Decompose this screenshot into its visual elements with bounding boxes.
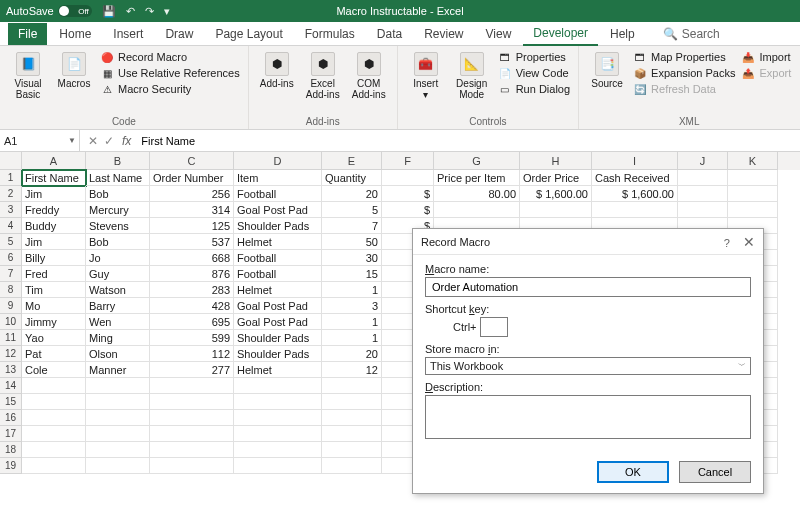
cell[interactable]: Helmet <box>234 362 322 378</box>
search-box[interactable]: 🔍 Search <box>663 27 720 41</box>
row-header[interactable]: 12 <box>0 346 22 362</box>
redo-icon[interactable]: ↷ <box>145 5 154 18</box>
cell[interactable]: Quantity <box>322 170 382 186</box>
undo-icon[interactable]: ↶ <box>126 5 135 18</box>
view-code-button[interactable]: 📄View Code <box>498 66 570 80</box>
import-button[interactable]: 📥Import <box>741 50 791 64</box>
cell[interactable] <box>434 202 520 218</box>
cell[interactable]: 1 <box>322 314 382 330</box>
cell[interactable]: 876 <box>150 266 234 282</box>
cell[interactable]: 283 <box>150 282 234 298</box>
cell[interactable]: Order Price <box>520 170 592 186</box>
column-header[interactable]: A <box>22 152 86 170</box>
cell[interactable]: $ 1,600.00 <box>592 186 678 202</box>
column-header[interactable]: D <box>234 152 322 170</box>
tab-data[interactable]: Data <box>367 23 412 45</box>
cell[interactable]: $ 1,600.00 <box>520 186 592 202</box>
cell[interactable] <box>150 442 234 458</box>
cell[interactable]: Manner <box>86 362 150 378</box>
cell[interactable]: Watson <box>86 282 150 298</box>
cell[interactable] <box>322 458 382 474</box>
cell[interactable] <box>382 170 434 186</box>
cell[interactable]: Shoulder Pads <box>234 218 322 234</box>
cell[interactable]: Jim <box>22 234 86 250</box>
addins-button[interactable]: ⬢Add-ins <box>257 50 297 89</box>
cell[interactable]: 3 <box>322 298 382 314</box>
cell[interactable]: 5 <box>322 202 382 218</box>
cell[interactable]: Football <box>234 250 322 266</box>
ok-button[interactable]: OK <box>597 461 669 483</box>
cell[interactable]: 668 <box>150 250 234 266</box>
cell[interactable] <box>234 458 322 474</box>
row-header[interactable]: 1 <box>0 170 22 186</box>
fx-icon[interactable]: fx <box>122 134 137 148</box>
column-header[interactable]: E <box>322 152 382 170</box>
tab-review[interactable]: Review <box>414 23 473 45</box>
cell[interactable]: Helmet <box>234 234 322 250</box>
cell[interactable]: Goal Post Pad <box>234 202 322 218</box>
cell[interactable] <box>22 378 86 394</box>
cell[interactable]: 80.00 <box>434 186 520 202</box>
insert-control-button[interactable]: 🧰Insert▾ <box>406 50 446 100</box>
cell[interactable] <box>234 410 322 426</box>
formula-input[interactable] <box>137 135 800 147</box>
cell[interactable]: 50 <box>322 234 382 250</box>
cell[interactable] <box>22 394 86 410</box>
cell[interactable]: First Name <box>22 170 86 186</box>
macros-button[interactable]: 📄 Macros <box>54 50 94 89</box>
cell[interactable]: Football <box>234 266 322 282</box>
cell[interactable]: 1 <box>322 330 382 346</box>
row-header[interactable]: 2 <box>0 186 22 202</box>
cell[interactable] <box>86 378 150 394</box>
cell[interactable] <box>592 202 678 218</box>
help-icon[interactable]: ? <box>724 237 730 249</box>
row-header[interactable]: 4 <box>0 218 22 234</box>
tab-formulas[interactable]: Formulas <box>295 23 365 45</box>
cell[interactable]: Last Name <box>86 170 150 186</box>
cell[interactable]: Football <box>234 186 322 202</box>
row-header[interactable]: 5 <box>0 234 22 250</box>
cell[interactable]: Goal Post Pad <box>234 314 322 330</box>
cell[interactable] <box>86 394 150 410</box>
design-mode-button[interactable]: 📐Design Mode <box>452 50 492 100</box>
cell[interactable] <box>322 410 382 426</box>
cell[interactable]: Bob <box>86 234 150 250</box>
row-header[interactable]: 19 <box>0 458 22 474</box>
autosave-toggle[interactable]: Off <box>58 5 92 17</box>
cell[interactable]: 256 <box>150 186 234 202</box>
cell[interactable] <box>678 186 728 202</box>
row-header[interactable]: 9 <box>0 298 22 314</box>
cell[interactable]: Pat <box>22 346 86 362</box>
column-header[interactable]: K <box>728 152 778 170</box>
run-dialog-button[interactable]: ▭Run Dialog <box>498 82 570 96</box>
cell[interactable]: Guy <box>86 266 150 282</box>
name-box[interactable]: A1 ▼ <box>0 130 80 151</box>
properties-button[interactable]: 🗔Properties <box>498 50 570 64</box>
cell[interactable] <box>150 458 234 474</box>
store-macro-select[interactable]: This Workbook ﹀ <box>425 357 751 375</box>
cell[interactable]: 125 <box>150 218 234 234</box>
cell[interactable]: 695 <box>150 314 234 330</box>
tab-file[interactable]: File <box>8 23 47 45</box>
excel-addins-button[interactable]: ⬢Excel Add-ins <box>303 50 343 100</box>
cell[interactable] <box>234 442 322 458</box>
cell[interactable]: Barry <box>86 298 150 314</box>
cell[interactable]: 12 <box>322 362 382 378</box>
cell[interactable] <box>728 202 778 218</box>
cell[interactable]: Wen <box>86 314 150 330</box>
qat-dropdown-icon[interactable]: ▾ <box>164 5 170 18</box>
save-icon[interactable]: 💾 <box>102 5 116 18</box>
record-macro-button[interactable]: 🔴Record Macro <box>100 50 240 64</box>
cell[interactable]: 428 <box>150 298 234 314</box>
column-header[interactable]: C <box>150 152 234 170</box>
cell[interactable]: Buddy <box>22 218 86 234</box>
cell[interactable]: 20 <box>322 346 382 362</box>
refresh-data-button[interactable]: 🔄Refresh Data <box>633 82 735 96</box>
cell[interactable]: Cash Received <box>592 170 678 186</box>
cell[interactable]: 30 <box>322 250 382 266</box>
row-header[interactable]: 14 <box>0 378 22 394</box>
tab-home[interactable]: Home <box>49 23 101 45</box>
row-header[interactable]: 8 <box>0 282 22 298</box>
cell[interactable]: 15 <box>322 266 382 282</box>
cell[interactable] <box>86 442 150 458</box>
